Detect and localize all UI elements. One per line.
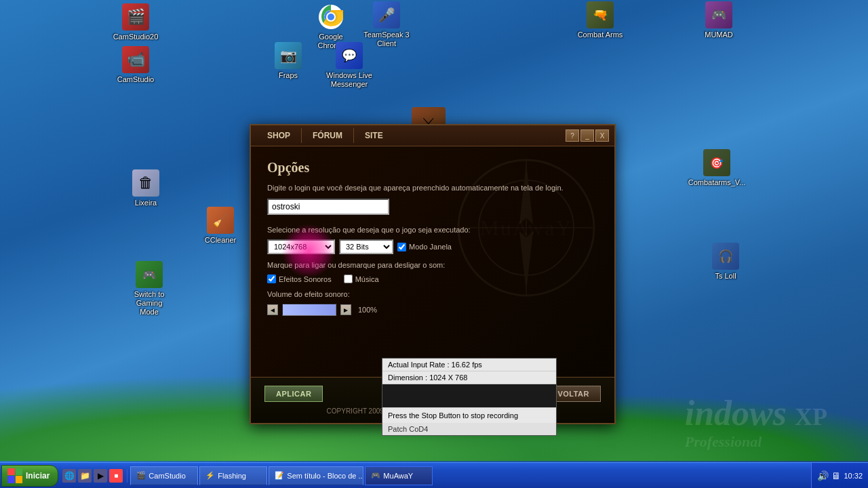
efeitos-label[interactable]: Efeitos Sonoros xyxy=(267,274,332,283)
taskbar-camstudio[interactable]: 🎬 CamStudio xyxy=(130,466,198,485)
desktop: indows XP Professional 🎬 CamStudio20 Goo… xyxy=(0,0,868,488)
modo-janela-checkbox[interactable] xyxy=(397,243,406,251)
menu-site[interactable]: SITE xyxy=(354,128,394,143)
dimension-row: Dimension : 1024 X 768 xyxy=(382,371,556,384)
start-label: Iniciar xyxy=(26,471,50,481)
camstudio-icon: 📹 xyxy=(122,46,149,73)
chrome-icon xyxy=(317,3,344,30)
resolution-row: 1024x768 800x600 868x488 32 Bits 16 Bit… xyxy=(267,239,598,254)
mumad-label: MUMAD xyxy=(705,30,733,39)
taskbar-camstudio-icon: 🎬 xyxy=(136,471,146,480)
desktop-icon-winlive[interactable]: 💬 Windows LiveMessenger xyxy=(326,42,373,89)
desktop-icon-combatarms-v[interactable]: 🎯 Combatarms_V... xyxy=(693,149,741,187)
desktop-icon-camstudio20[interactable]: 🎬 CamStudio20 xyxy=(112,3,159,41)
recording-preview xyxy=(382,384,556,408)
login-input[interactable] xyxy=(267,199,389,215)
recording-patch-label: Patch CoD4 xyxy=(382,423,556,435)
switch-icon: 🎮 xyxy=(136,261,163,288)
logo-yellow xyxy=(16,476,23,483)
lixeira-label: Lixeira xyxy=(135,199,157,207)
desktop-icon-camstudio[interactable]: 📹 CamStudio xyxy=(112,46,159,84)
logo-green xyxy=(16,468,23,476)
system-tray: 🔊 🖥 10:32 xyxy=(811,463,868,488)
bits-select[interactable]: 32 Bits 16 Bits xyxy=(339,239,393,254)
desktop-icon-tsloll[interactable]: 🎧 Ts Loll xyxy=(702,243,749,281)
camstudio20-icon: 🎬 xyxy=(122,3,149,30)
media-icon[interactable]: ▶ xyxy=(94,469,107,483)
desktop-icon-ccleaner[interactable]: 🧹 CCleaner xyxy=(197,207,244,245)
taskbar-notepad-icon: 📝 xyxy=(275,471,284,480)
musica-label[interactable]: Música xyxy=(344,274,379,283)
sound-label: Marque para ligar ou desmarque para desl… xyxy=(267,261,598,269)
combatarms-v-icon: 🎯 xyxy=(703,149,730,176)
explorer-icon[interactable]: 📁 xyxy=(78,469,92,483)
combatarms-v-label: Combatarms_V... xyxy=(688,178,746,187)
lixeira-icon: 🗑 xyxy=(132,169,159,197)
desktop-icon-lixeira[interactable]: 🗑 Lixeira xyxy=(122,169,170,207)
taskbar-flashing[interactable]: ⚡ Flashing xyxy=(199,466,267,485)
winlive-label: Windows LiveMessenger xyxy=(326,71,372,89)
taskbar-muaway[interactable]: 🎮 MuAwaY xyxy=(365,466,433,485)
volume-bar xyxy=(282,304,336,316)
logo-red xyxy=(7,468,15,476)
combat-arms-icon: 🔫 xyxy=(587,1,614,28)
dialog-content: Opções Digite o login que você deseja qu… xyxy=(251,146,614,329)
dialog-body: MuAwaY Opções Digite o login que v xyxy=(251,146,614,377)
logo-blue xyxy=(7,476,15,483)
fraps-icon: 📷 xyxy=(275,42,302,69)
taskbar-items: 🎬 CamStudio ⚡ Flashing 📝 Sem título - Bl… xyxy=(127,463,811,488)
recording-stop-text: Press the Stop Button to stop recording xyxy=(382,408,556,423)
ccleaner-icon: 🧹 xyxy=(207,207,234,234)
tsloll-label: Ts Loll xyxy=(715,272,736,281)
switch-label: Switch to GamingMode xyxy=(125,290,173,317)
close-button[interactable]: X xyxy=(595,129,609,142)
dialog-controls: ? _ X xyxy=(566,129,609,142)
volume-down-button[interactable]: ◄ xyxy=(267,304,278,315)
xp-watermark: indows XP Professional xyxy=(685,393,827,451)
taskbar-muaway-icon: 🎮 xyxy=(371,471,380,480)
efeitos-checkbox[interactable] xyxy=(267,274,276,283)
ccleaner-label: CCleaner xyxy=(205,236,236,245)
login-subtitle: Digite o login que você deseja que apare… xyxy=(267,184,598,192)
taskbar-flashing-label: Flashing xyxy=(218,472,246,480)
desktop-icon-fraps[interactable]: 📷 Fraps xyxy=(264,42,312,80)
menu-forum[interactable]: FÓRUM xyxy=(302,128,354,143)
volume-percent: 100% xyxy=(358,306,377,314)
tray-network-icon: 🖥 xyxy=(831,470,841,481)
taskbar-muaway-label: MuAwaY xyxy=(383,472,413,480)
volume-up-button[interactable]: ► xyxy=(340,304,351,315)
volume-label: Volume do efeito sonoro: xyxy=(267,290,598,298)
desktop-icon-mumad[interactable]: 🎮 MUMAD xyxy=(695,1,743,39)
combat-arms-label: Combat Arms xyxy=(578,30,623,39)
ie-icon[interactable]: 🌐 xyxy=(62,469,76,483)
resolution-select[interactable]: 1024x768 800x600 868x488 xyxy=(267,239,335,254)
windows-logo xyxy=(7,468,22,483)
sound-row: Efeitos Sonoros Música xyxy=(267,274,598,283)
quick-launch: 🌐 📁 ▶ ■ xyxy=(58,469,127,483)
stop-icon[interactable]: ■ xyxy=(109,469,123,483)
recording-panel: Actual Input Rate : 16.62 fps Dimension … xyxy=(382,358,557,436)
aplicar-button[interactable]: APLICAR xyxy=(264,386,323,402)
taskbar-notepad[interactable]: 📝 Sem título - Bloco de ... xyxy=(269,466,363,485)
teamspeak-icon: 🎤 xyxy=(373,1,400,28)
winlive-icon: 💬 xyxy=(336,42,363,69)
taskbar-flashing-icon: ⚡ xyxy=(205,471,215,480)
menu-shop[interactable]: SHOP xyxy=(256,128,302,143)
help-button[interactable]: ? xyxy=(566,129,579,142)
camstudio20-label: CamStudio20 xyxy=(113,33,159,41)
mumad-icon: 🎮 xyxy=(705,1,732,28)
input-rate-row: Actual Input Rate : 16.62 fps xyxy=(382,359,556,371)
modo-janela-label[interactable]: Modo Janela xyxy=(397,243,452,251)
desktop-icon-combat-arms[interactable]: 🔫 Combat Arms xyxy=(576,1,624,39)
desktop-icon-switch[interactable]: 🎮 Switch to GamingMode xyxy=(125,261,173,317)
musica-checkbox[interactable] xyxy=(344,274,353,283)
dialog-title: Opções xyxy=(267,160,598,176)
fraps-label: Fraps xyxy=(279,71,298,80)
start-button[interactable]: Iniciar xyxy=(1,465,58,487)
desktop-icon-teamspeak[interactable]: 🎤 TeamSpeak 3Client xyxy=(363,1,410,48)
taskbar-camstudio-label: CamStudio xyxy=(149,472,185,480)
volume-row: ◄ ► 100% xyxy=(267,304,598,316)
dialog-titlebar: SHOP FÓRUM SITE ? _ X xyxy=(251,125,614,146)
minimize-button[interactable]: _ xyxy=(580,129,594,142)
camstudio-label: CamStudio xyxy=(117,75,154,84)
